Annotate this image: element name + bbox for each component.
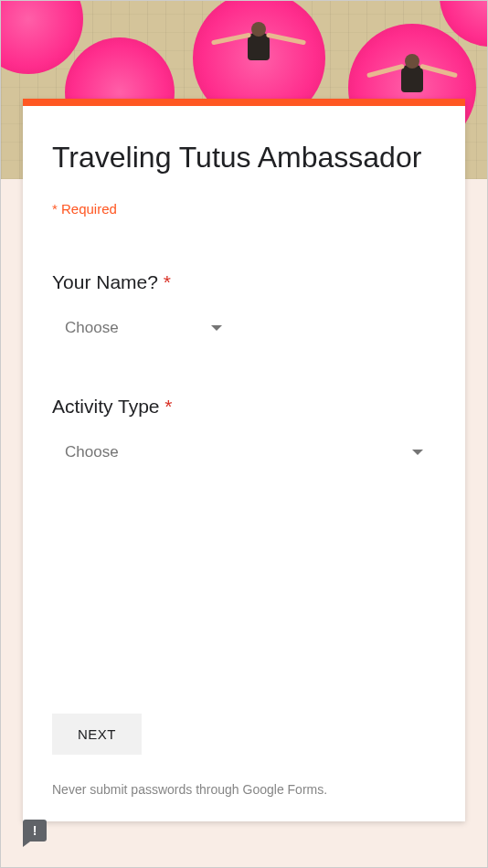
dropdown-activity-type[interactable]: Choose (52, 436, 436, 469)
required-asterisk: * (164, 396, 172, 417)
question-label-activity: Activity Type * (52, 396, 436, 418)
password-warning: Never submit passwords through Google Fo… (52, 780, 436, 799)
next-button[interactable]: NEXT (52, 714, 142, 755)
question-label-name: Your Name? * (52, 271, 436, 293)
question-activity-type: Activity Type * Choose (52, 396, 436, 469)
required-indicator: * Required (52, 201, 436, 217)
dropdown-placeholder: Choose (65, 319, 119, 337)
dropdown-placeholder: Choose (65, 443, 119, 461)
required-asterisk: * (164, 271, 171, 292)
form-title: Traveling Tutus Ambassador (52, 139, 436, 175)
dropdown-your-name[interactable]: Choose (52, 312, 235, 344)
form-card: Traveling Tutus Ambassador * Required Yo… (23, 99, 465, 821)
report-abuse-icon[interactable]: ! (23, 820, 47, 842)
chevron-down-icon (412, 450, 423, 455)
chevron-down-icon (211, 325, 222, 331)
question-your-name: Your Name? * Choose (52, 271, 436, 344)
